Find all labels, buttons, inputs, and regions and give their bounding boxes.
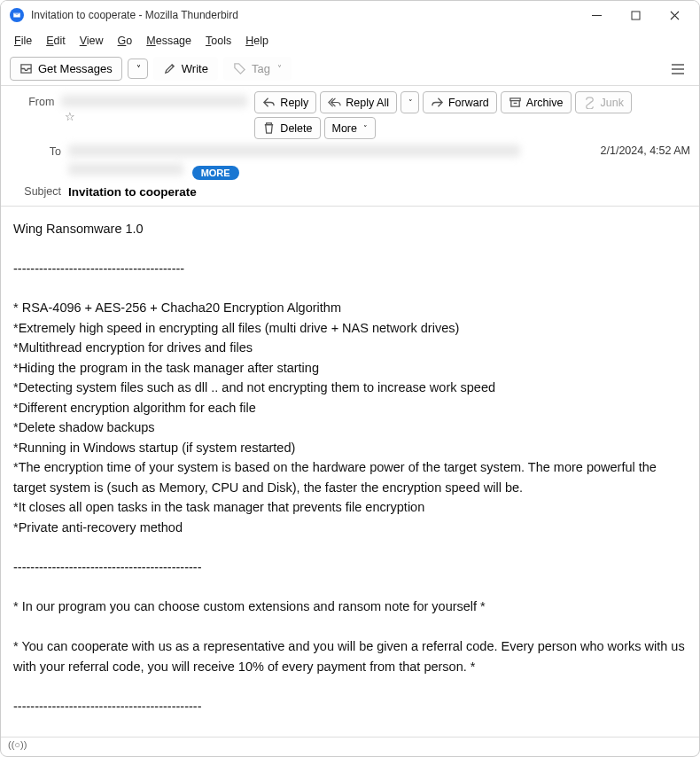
body-line xyxy=(13,278,687,298)
junk-button[interactable]: Junk xyxy=(575,91,632,113)
toolbar: Get Messages ˅ Write Tag ˅ xyxy=(1,52,699,86)
menu-message[interactable]: Message xyxy=(140,32,198,50)
subject-value: Invitation to cooperate xyxy=(68,185,197,199)
connection-indicator: ((○)) xyxy=(8,739,27,750)
titlebar: Invitation to cooperate - Mozilla Thunde… xyxy=(1,1,699,29)
archive-label: Archive xyxy=(526,97,564,109)
body-line: *Multithread encryption for drives and f… xyxy=(13,338,687,357)
junk-label: Junk xyxy=(601,97,624,109)
body-line xyxy=(13,537,687,557)
trash-icon xyxy=(262,121,276,135)
body-line: *Extremely high speed in encrypting all … xyxy=(13,318,687,338)
body-line xyxy=(13,238,687,258)
get-messages-button[interactable]: Get Messages xyxy=(10,57,122,81)
header-to-row: To MORE 2/1/2024, 4:52 AM xyxy=(1,139,699,180)
hamburger-icon xyxy=(671,63,685,75)
status-bar: ((○)) xyxy=(1,737,699,756)
get-messages-dropdown[interactable]: ˅ xyxy=(128,59,148,79)
header-from-row: From ☆ Reply Reply All ˅ Forward Archive xyxy=(1,86,699,139)
archive-button[interactable]: Archive xyxy=(501,91,572,113)
body-line xyxy=(13,577,687,597)
from-label: From xyxy=(10,91,54,108)
archive-icon xyxy=(509,96,522,109)
message-date: 2/1/2024, 4:52 AM xyxy=(601,141,690,180)
reply-button[interactable]: Reply xyxy=(254,91,316,113)
menu-view[interactable]: View xyxy=(74,32,110,50)
body-line: *The encryption time of your system is b… xyxy=(13,457,687,497)
message-actions: Reply Reply All ˅ Forward Archive Junk xyxy=(254,91,690,139)
more-label: More xyxy=(332,122,357,135)
body-line: *Delete shadow backups xyxy=(13,418,687,437)
reply-all-button[interactable]: Reply All xyxy=(320,91,397,113)
to-value: MORE xyxy=(68,141,594,180)
write-button[interactable]: Write xyxy=(153,57,218,81)
body-line: *Detecting system files such as dll .. a… xyxy=(13,378,687,397)
more-button[interactable]: More ˅ xyxy=(324,117,376,139)
to-label: To xyxy=(10,141,61,180)
delete-label: Delete xyxy=(280,122,312,135)
reply-icon xyxy=(262,96,276,109)
junk-icon xyxy=(583,96,596,109)
minimize-button[interactable] xyxy=(577,2,616,28)
tag-icon xyxy=(233,62,246,75)
reply-all-dropdown[interactable]: ˅ xyxy=(401,91,419,113)
app-window: Invitation to cooperate - Mozilla Thunde… xyxy=(0,0,700,757)
menu-tools[interactable]: Tools xyxy=(199,32,237,50)
menu-file[interactable]: File xyxy=(8,32,38,50)
inbox-icon xyxy=(19,62,33,75)
from-value: ☆ xyxy=(61,91,247,123)
menu-go[interactable]: Go xyxy=(112,32,139,50)
pencil-icon xyxy=(163,62,176,75)
body-line: Wing Ransomware 1.0 xyxy=(13,219,687,238)
close-button[interactable] xyxy=(655,2,694,28)
header-subject-row: Subject Invitation to cooperate xyxy=(1,180,699,207)
body-line: * You can cooperate with us as a represe… xyxy=(13,636,687,676)
more-recipients-pill[interactable]: MORE xyxy=(192,166,239,180)
body-line: *Running in Windows startup (if system r… xyxy=(13,438,687,457)
maximize-button[interactable] xyxy=(616,2,655,28)
forward-icon xyxy=(431,96,444,109)
reply-all-label: Reply All xyxy=(346,97,389,109)
body-line: ----------------------------------------… xyxy=(13,697,687,716)
body-line: *Different encryption algorithm for each… xyxy=(13,398,687,418)
body-line: *Hiding the program in the task manager … xyxy=(13,358,687,378)
body-line: *Private anti-recovery method xyxy=(13,518,687,537)
menu-help[interactable]: Help xyxy=(239,32,275,50)
body-line xyxy=(13,617,687,636)
reply-all-icon xyxy=(328,96,341,109)
body-line: ---------------------------------------- xyxy=(13,259,687,278)
body-line xyxy=(13,716,687,736)
reply-label: Reply xyxy=(280,97,308,109)
body-line: * RSA-4096 + AES-256 + Chacha20 Encrypti… xyxy=(13,298,687,317)
app-menu-button[interactable] xyxy=(665,57,690,82)
forward-label: Forward xyxy=(448,97,489,109)
body-line: *It closes all open tasks in the task ma… xyxy=(13,497,687,517)
write-label: Write xyxy=(182,62,208,75)
body-line: * In our program you can choose custom e… xyxy=(13,597,687,616)
delete-button[interactable]: Delete xyxy=(254,117,320,139)
subject-label: Subject xyxy=(10,185,61,198)
app-icon xyxy=(10,8,24,22)
tag-label: Tag xyxy=(252,62,270,75)
message-body: Wing Ransomware 1.0 --------------------… xyxy=(1,207,699,737)
window-controls xyxy=(577,2,694,28)
window-title: Invitation to cooperate - Mozilla Thunde… xyxy=(31,9,577,21)
get-messages-label: Get Messages xyxy=(38,62,113,75)
svg-rect-0 xyxy=(592,15,602,16)
menu-edit[interactable]: Edit xyxy=(40,32,72,50)
tag-button[interactable]: Tag ˅ xyxy=(223,57,292,81)
body-line: ----------------------------------------… xyxy=(13,558,687,577)
body-line xyxy=(13,676,687,696)
forward-button[interactable]: Forward xyxy=(423,91,497,113)
menubar: File Edit View Go Message Tools Help xyxy=(1,29,699,52)
svg-rect-1 xyxy=(632,12,640,20)
